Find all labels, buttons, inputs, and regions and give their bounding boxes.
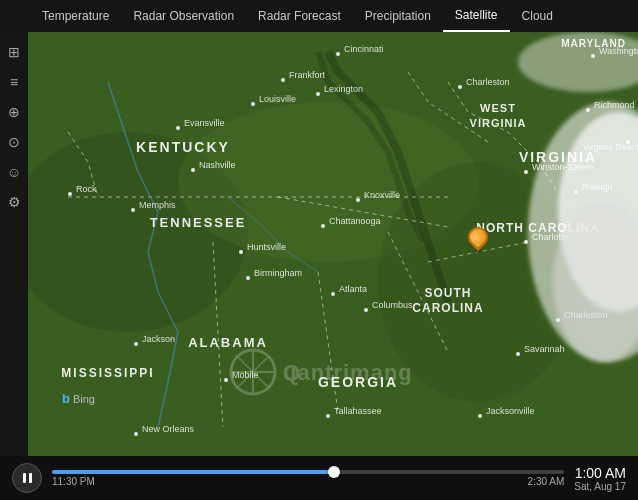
svg-point-54 (239, 250, 243, 254)
svg-text:uantrimang: uantrimang (283, 360, 413, 385)
left-sidebar: ⊞ ≡ ⊕ ⊙ ☺ ⚙ (0, 32, 28, 456)
svg-text:Rock: Rock (76, 184, 97, 194)
svg-point-58 (331, 292, 335, 296)
timeline[interactable]: 11:30 PM 2:30 AM (52, 470, 564, 487)
svg-point-52 (524, 240, 528, 244)
bottom-bar: 11:30 PM 2:30 AM 1:00 AM Sat, Aug 17 (0, 456, 638, 500)
svg-point-32 (251, 102, 255, 106)
navigation-bar: Temperature Radar Observation Radar Fore… (0, 0, 638, 32)
nav-radar-forecast[interactable]: Radar Forecast (246, 0, 353, 32)
svg-point-24 (281, 78, 285, 82)
target-icon[interactable]: ⊙ (2, 130, 26, 154)
svg-text:New Orleans: New Orleans (142, 424, 195, 434)
nav-radar-observation[interactable]: Radar Observation (121, 0, 246, 32)
svg-text:Jackson: Jackson (142, 334, 175, 344)
nav-precipitation[interactable]: Precipitation (353, 0, 443, 32)
menu-icon[interactable]: ≡ (2, 70, 26, 94)
svg-text:Huntsville: Huntsville (247, 242, 286, 252)
svg-text:WEST: WEST (480, 102, 516, 114)
play-pause-button[interactable] (12, 463, 42, 493)
svg-point-40 (524, 170, 528, 174)
svg-text:Chattanooga: Chattanooga (329, 216, 381, 226)
svg-point-76 (134, 432, 138, 436)
svg-text:Frankfort: Frankfort (289, 70, 326, 80)
svg-point-74 (478, 414, 482, 418)
svg-point-70 (224, 378, 228, 382)
timeline-labels: 11:30 PM 2:30 AM (52, 476, 564, 487)
current-time-display: 1:00 AM Sat, Aug 17 (574, 465, 626, 492)
svg-text:Atlanta: Atlanta (339, 284, 367, 294)
svg-point-68 (134, 342, 138, 346)
current-date-value: Sat, Aug 17 (574, 481, 626, 492)
nav-temperature[interactable]: Temperature (30, 0, 121, 32)
svg-text:VIRGINIA: VIRGINIA (470, 117, 527, 129)
svg-text:Q: Q (283, 360, 300, 385)
timeline-end: 2:30 AM (528, 476, 565, 487)
pause-icon (23, 473, 32, 483)
nav-cloud[interactable]: Cloud (510, 0, 565, 32)
svg-point-38 (191, 168, 195, 172)
svg-text:MISSISSIPPI: MISSISSIPPI (61, 366, 154, 380)
svg-text:Savannah: Savannah (524, 344, 565, 354)
svg-point-42 (356, 198, 360, 202)
svg-point-48 (131, 208, 135, 212)
svg-text:Louisville: Louisville (259, 94, 296, 104)
svg-text:ALABAMA: ALABAMA (188, 335, 268, 350)
svg-point-62 (364, 308, 368, 312)
svg-point-26 (458, 85, 462, 89)
svg-point-22 (336, 52, 340, 56)
svg-text:Nashville: Nashville (199, 160, 236, 170)
current-time-value: 1:00 AM (574, 465, 626, 481)
svg-text:Evansville: Evansville (184, 118, 225, 128)
bing-label: Bing (73, 393, 95, 405)
svg-text:Jacksonville: Jacksonville (486, 406, 535, 416)
svg-point-66 (516, 352, 520, 356)
location-pin[interactable] (468, 227, 488, 253)
svg-text:Charleston: Charleston (466, 77, 510, 87)
home-icon[interactable]: ⊞ (2, 40, 26, 64)
map-container[interactable]: KENTUCKY WEST VIRGINIA VIRGINIA TENNESSE… (28, 32, 638, 456)
svg-point-60 (246, 276, 250, 280)
svg-text:Cincinnati: Cincinnati (344, 44, 384, 54)
svg-text:KENTUCKY: KENTUCKY (136, 139, 230, 155)
svg-text:SOUTH: SOUTH (425, 286, 472, 300)
svg-point-28 (316, 92, 320, 96)
svg-point-50 (321, 224, 325, 228)
timeline-track[interactable] (52, 470, 564, 474)
svg-text:Columbus: Columbus (372, 300, 413, 310)
timeline-progress (52, 470, 334, 474)
svg-point-56 (68, 192, 72, 196)
svg-point-72 (326, 414, 330, 418)
svg-text:Lexington: Lexington (324, 84, 363, 94)
layers-icon[interactable]: ⊕ (2, 100, 26, 124)
svg-text:TENNESSEE: TENNESSEE (150, 215, 247, 230)
nav-satellite[interactable]: Satellite (443, 0, 510, 32)
timeline-thumb[interactable] (328, 466, 340, 478)
svg-text:Birmingham: Birmingham (254, 268, 302, 278)
svg-text:Memphis: Memphis (139, 200, 176, 210)
timeline-start: 11:30 PM (52, 476, 95, 487)
svg-text:CAROLINA: CAROLINA (412, 301, 483, 315)
user-icon[interactable]: ☺ (2, 160, 26, 184)
svg-text:Tallahassee: Tallahassee (334, 406, 382, 416)
map-background: KENTUCKY WEST VIRGINIA VIRGINIA TENNESSE… (28, 32, 638, 456)
svg-point-36 (176, 126, 180, 130)
settings-icon[interactable]: ⚙ (2, 190, 26, 214)
bing-logo: b Bing (62, 391, 95, 406)
svg-text:Knoxville: Knoxville (364, 190, 400, 200)
